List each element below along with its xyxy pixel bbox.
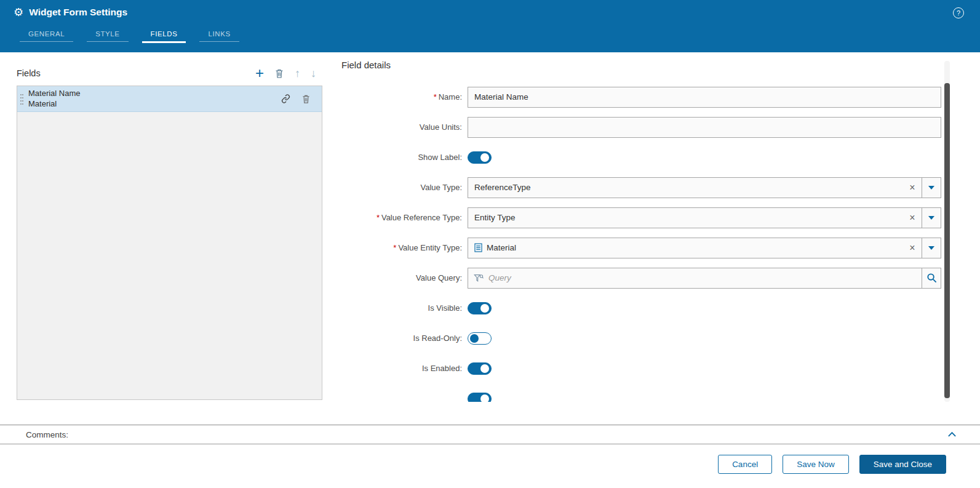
value-units-row: Value Units: <box>341 112 941 142</box>
value-query-box[interactable] <box>468 268 941 289</box>
label-text: Is Visible: <box>428 303 462 313</box>
is-read-only-toggle[interactable] <box>468 332 492 345</box>
is-visible-row: Is Visible: <box>341 293 941 323</box>
field-item-type: Material <box>28 99 81 109</box>
fields-toolbar: + ↑ ↓ <box>255 66 322 80</box>
field-details-panel: Field details *Name: Value Units: Show L… <box>341 60 941 402</box>
value-entity-type-dropdown-button[interactable] <box>922 238 941 258</box>
clipped-row <box>341 383 941 402</box>
save-and-close-button[interactable]: Save and Close <box>859 455 946 474</box>
value-query-row: Value Query: <box>341 263 941 293</box>
query-icon <box>474 274 484 282</box>
toggle-knob <box>480 364 489 373</box>
label-text: Value Units: <box>420 122 462 132</box>
comments-bar: Comments: <box>0 425 980 444</box>
move-up-button[interactable]: ↑ <box>295 66 300 80</box>
field-label: Value Type: <box>341 183 468 192</box>
document-icon <box>474 243 482 252</box>
is-enabled-row: Is Enabled: <box>341 353 941 383</box>
query-input[interactable] <box>484 268 922 288</box>
tab-links[interactable]: LINKS <box>199 27 239 43</box>
chevron-up-icon <box>947 431 957 438</box>
toggle-knob <box>470 334 479 343</box>
value-reference-type-dropdown-button[interactable] <box>922 208 941 228</box>
show-label-row: Show Label: <box>341 142 941 172</box>
field-label: *Value Reference Type: <box>341 213 468 222</box>
toggle-knob <box>480 394 489 402</box>
fields-panel-header: Fields + ↑ ↓ <box>17 61 322 86</box>
delete-row-button[interactable] <box>301 94 311 104</box>
search-icon <box>926 273 937 283</box>
move-down-button[interactable]: ↓ <box>311 66 316 80</box>
combo-value: Material <box>487 243 516 252</box>
tab-bar: GENERAL STYLE FIELDS LINKS <box>20 27 253 43</box>
value-units-input[interactable] <box>468 117 941 138</box>
label-text: Name: <box>439 92 462 102</box>
label-text: Value Type: <box>421 183 462 192</box>
value-type-combobox[interactable]: ReferenceType × <box>468 177 941 198</box>
combo-value: Entity Type <box>468 213 903 222</box>
clipped-toggle[interactable] <box>468 393 492 402</box>
label-text: Value Entity Type: <box>398 243 462 252</box>
name-input[interactable] <box>468 87 941 108</box>
combo-value-wrap: Material <box>468 243 903 252</box>
clear-icon[interactable]: × <box>903 242 922 254</box>
collapse-button[interactable] <box>947 431 957 438</box>
field-item-actions <box>281 94 322 104</box>
name-row: *Name: <box>341 82 941 112</box>
combo-value: ReferenceType <box>468 183 903 192</box>
field-label: *Value Entity Type: <box>341 243 468 252</box>
field-details-title: Field details <box>341 60 941 73</box>
fields-panel-title: Fields <box>17 68 41 78</box>
is-enabled-toggle[interactable] <box>468 362 492 375</box>
required-asterisk: * <box>393 243 396 252</box>
clear-icon[interactable]: × <box>903 212 922 223</box>
link-icon <box>281 94 290 103</box>
link-button[interactable] <box>281 94 290 103</box>
is-read-only-row: Is Read-Only: <box>341 323 941 353</box>
required-asterisk: * <box>434 92 437 102</box>
label-text: Show Label: <box>418 153 462 162</box>
tab-fields[interactable]: FIELDS <box>142 27 186 43</box>
fields-panel: Fields + ↑ ↓ <box>17 61 322 400</box>
value-reference-type-row: *Value Reference Type: Entity Type × <box>341 202 941 233</box>
field-list-item[interactable]: Material Name Material <box>17 86 322 112</box>
required-asterisk: * <box>376 213 380 222</box>
field-item-name: Material Name <box>28 89 81 98</box>
scrollbar-track[interactable] <box>944 61 950 402</box>
header: ⚙ Widget Form Settings ? GENERAL STYLE F… <box>0 0 980 52</box>
widget-form-settings-dialog: ⚙ Widget Form Settings ? GENERAL STYLE F… <box>0 0 980 488</box>
gear-icon: ⚙ <box>14 7 23 18</box>
arrow-down-icon: ↓ <box>311 67 316 80</box>
search-button[interactable] <box>922 268 941 288</box>
tab-general[interactable]: GENERAL <box>20 27 73 43</box>
value-reference-type-combobox[interactable]: Entity Type × <box>468 207 941 228</box>
value-entity-type-combobox[interactable]: Material × <box>468 238 941 258</box>
scrollbar-thumb[interactable] <box>944 83 950 398</box>
toggle-knob <box>480 304 489 313</box>
field-label: *Name: <box>341 92 468 102</box>
toggle-knob <box>480 153 489 162</box>
add-field-button[interactable]: + <box>255 66 264 80</box>
label-text: Value Query: <box>416 273 462 282</box>
save-now-button[interactable]: Save Now <box>783 455 849 474</box>
is-visible-toggle[interactable] <box>468 302 492 314</box>
drag-handle-icon[interactable] <box>20 93 24 105</box>
help-icon[interactable]: ? <box>953 7 964 18</box>
tab-style[interactable]: STYLE <box>87 27 128 43</box>
field-label: Value Query: <box>341 273 468 282</box>
fields-list: Material Name Material <box>17 86 322 400</box>
value-type-dropdown-button[interactable] <box>922 178 941 198</box>
clear-icon[interactable]: × <box>903 182 922 193</box>
cancel-button[interactable]: Cancel <box>718 455 772 474</box>
trash-icon <box>301 94 311 104</box>
label-text: Is Read-Only: <box>413 334 462 343</box>
chevron-down-icon <box>928 186 934 190</box>
show-label-toggle[interactable] <box>468 151 492 164</box>
comments-label: Comments: <box>0 430 68 439</box>
main-content: Fields + ↑ ↓ <box>0 52 980 425</box>
delete-field-button[interactable] <box>274 66 284 80</box>
field-label: Show Label: <box>341 153 468 162</box>
arrow-up-icon: ↑ <box>295 67 300 80</box>
page-title: Widget Form Settings <box>29 7 127 18</box>
